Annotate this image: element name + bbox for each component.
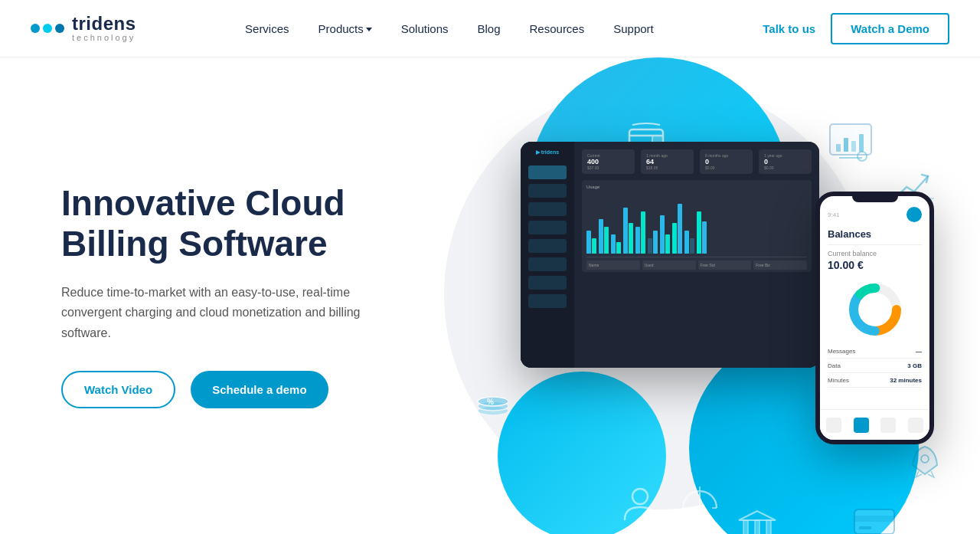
rocket-icon bbox=[908, 444, 942, 486]
phone-nav-more[interactable] bbox=[908, 418, 923, 433]
watch-video-button[interactable]: Watch Video bbox=[61, 371, 175, 408]
analytics-icon bbox=[828, 123, 873, 165]
svg-rect-4 bbox=[836, 144, 841, 152]
phone-item-minutes: Minutes 32 minutes bbox=[828, 377, 922, 388]
phone-nav-balance[interactable] bbox=[854, 418, 869, 433]
tablet-sidebar: ▶ tridens bbox=[521, 142, 574, 368]
divider bbox=[828, 244, 922, 245]
logo-dot-3 bbox=[55, 24, 64, 33]
svg-marker-15 bbox=[739, 511, 776, 520]
main-nav: Services Products Solutions Blog Resourc… bbox=[234, 16, 665, 41]
phone-items: Messages — Data 3 GB Minutes 32 minutes bbox=[828, 348, 922, 388]
sidebar-item-7 bbox=[528, 276, 567, 290]
chevron-down-icon bbox=[366, 28, 372, 31]
sidebar-item-2 bbox=[528, 184, 567, 198]
tablet-screen: ▶ tridens Current 400 bbox=[521, 142, 819, 368]
nav-services[interactable]: Services bbox=[234, 16, 300, 41]
hero-description: Reduce time-to-market with an easy-to-us… bbox=[61, 283, 383, 343]
credit-card-icon bbox=[853, 506, 896, 534]
phone-item-messages: Messages — bbox=[828, 348, 922, 359]
sidebar-item-4 bbox=[528, 221, 567, 234]
tablet-logo-text: ▶ tridens bbox=[536, 149, 559, 156]
schedule-demo-button[interactable]: Schedule a demo bbox=[191, 371, 328, 408]
nav-support[interactable]: Support bbox=[603, 16, 665, 41]
hero-buttons: Watch Video Schedule a demo bbox=[61, 371, 429, 408]
nav-solutions[interactable]: Solutions bbox=[390, 16, 459, 41]
phone-bottom-nav bbox=[820, 409, 929, 440]
header: tridens technology Services Products Sol… bbox=[0, 0, 980, 57]
logo-dot-2 bbox=[43, 24, 52, 33]
phone-avatar bbox=[906, 207, 922, 222]
sidebar-item-5 bbox=[528, 239, 567, 253]
nav-products[interactable]: Products bbox=[308, 16, 383, 41]
tablet-mockup: ▶ tridens Current 400 bbox=[521, 142, 819, 368]
percent-coins-icon: % bbox=[473, 378, 513, 421]
watch-demo-button[interactable]: Watch a Demo bbox=[831, 13, 949, 44]
svg-rect-22 bbox=[859, 526, 871, 529]
sidebar-item-6 bbox=[528, 257, 567, 271]
logo[interactable]: tridens technology bbox=[31, 15, 136, 42]
phone-balance-value: 10.00 € bbox=[828, 259, 922, 271]
phone-notch bbox=[852, 196, 898, 202]
stat-card-3: 6 months ago 0 $0.00 bbox=[700, 149, 753, 174]
phone-balance-label: Current balance bbox=[828, 250, 922, 257]
svg-rect-6 bbox=[851, 141, 856, 152]
svg-rect-5 bbox=[844, 138, 848, 152]
phone-content: 9:41 Balances Current balance 10.00 € bbox=[820, 202, 929, 392]
nav-actions: Talk to us Watch a Demo bbox=[763, 13, 949, 44]
svg-rect-21 bbox=[854, 516, 894, 522]
stat-card-4: 1 year ago 0 $0.00 bbox=[759, 149, 812, 174]
svg-rect-17 bbox=[755, 520, 760, 534]
stat-card-2: 1 month ago 64 $18.05 bbox=[641, 149, 694, 174]
tablet-stats-row: Current 400 $37.00 1 month ago 64 $18.05… bbox=[582, 149, 812, 174]
logo-sub: technology bbox=[72, 34, 136, 42]
svg-text:%: % bbox=[487, 398, 494, 406]
logo-text: tridens technology bbox=[72, 15, 136, 42]
svg-rect-7 bbox=[859, 134, 864, 152]
phone-nav-payment[interactable] bbox=[880, 418, 896, 433]
talk-to-us-link[interactable]: Talk to us bbox=[763, 22, 815, 35]
svg-point-24 bbox=[697, 506, 702, 510]
person-icon bbox=[622, 486, 658, 529]
hero-section: Innovative Cloud Billing Software Reduce… bbox=[0, 57, 980, 534]
tablet-content: Current 400 $37.00 1 month ago 64 $18.05… bbox=[574, 142, 819, 368]
sidebar-item-8 bbox=[528, 294, 567, 308]
sidebar-item-3 bbox=[528, 202, 567, 216]
nav-resources[interactable]: Resources bbox=[519, 16, 596, 41]
logo-name: tridens bbox=[72, 15, 136, 33]
speedometer-icon bbox=[680, 480, 720, 517]
bank-icon bbox=[737, 508, 777, 534]
phone-item-data: Data 3 GB bbox=[828, 362, 922, 373]
phone-donut-chart bbox=[828, 279, 922, 340]
stat-card-1: Current 400 $37.00 bbox=[582, 149, 635, 174]
sidebar-item-1 bbox=[528, 165, 567, 179]
svg-rect-16 bbox=[743, 520, 748, 534]
logo-dot-1 bbox=[31, 24, 40, 33]
chart-bars bbox=[586, 192, 807, 254]
svg-rect-18 bbox=[766, 520, 771, 534]
phone-nav-home[interactable] bbox=[826, 418, 841, 433]
tablet-chart: Usage bbox=[582, 180, 812, 272]
phone-header: 9:41 bbox=[828, 207, 922, 222]
phone-balances-title: Balances bbox=[828, 228, 922, 240]
nav-blog[interactable]: Blog bbox=[466, 16, 511, 41]
svg-point-14 bbox=[632, 489, 648, 504]
hero-text: Innovative Cloud Billing Software Reduce… bbox=[61, 183, 429, 408]
phone-mockup: 9:41 Balances Current balance 10.00 € bbox=[815, 192, 934, 444]
hero-title: Innovative Cloud Billing Software bbox=[61, 183, 429, 264]
logo-dots bbox=[31, 24, 64, 33]
hero-visual: % bbox=[413, 57, 980, 534]
